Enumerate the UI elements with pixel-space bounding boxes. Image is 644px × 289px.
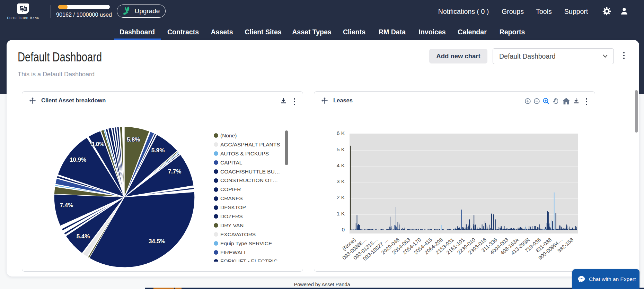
svg-text:7.4%: 7.4% [60, 202, 73, 209]
svg-text:5.4%: 5.4% [77, 233, 90, 240]
svg-text:5.8%: 5.8% [127, 136, 140, 143]
svg-text:3.0%: 3.0% [91, 141, 105, 147]
svg-text:7.7%: 7.7% [168, 168, 182, 175]
svg-text:34.5%: 34.5% [149, 238, 165, 245]
svg-text:10.9%: 10.9% [70, 156, 86, 163]
svg-text:5.9%: 5.9% [151, 147, 165, 154]
